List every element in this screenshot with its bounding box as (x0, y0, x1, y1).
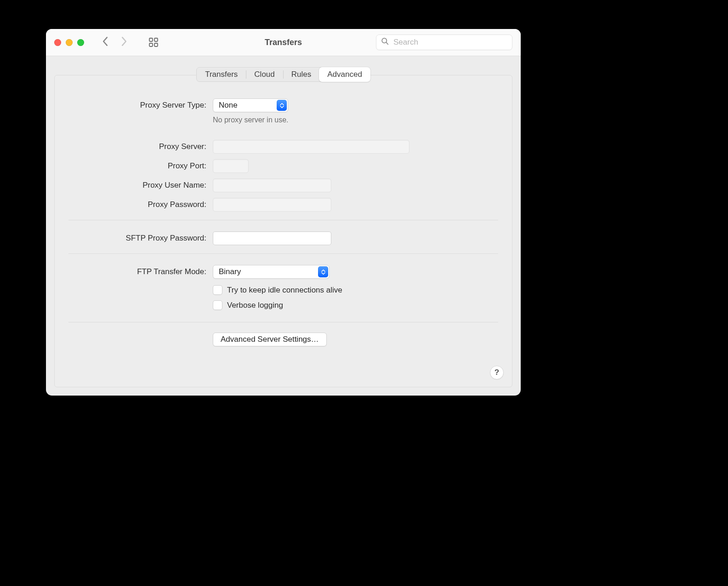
search-icon (381, 37, 389, 47)
proxy-type-popup[interactable]: None (213, 98, 288, 112)
ftp-mode-value: Binary (219, 267, 318, 276)
toolbar-nav (102, 36, 128, 48)
window-controls (54, 39, 84, 46)
zoom-window-button[interactable] (77, 39, 84, 46)
checkbox-icon (213, 300, 222, 310)
proxy-user-input[interactable] (213, 178, 331, 192)
proxy-server-input[interactable] (213, 140, 410, 154)
proxy-server-label: Proxy Server: (68, 142, 206, 151)
help-button[interactable]: ? (490, 366, 504, 379)
proxy-type-label: Proxy Server Type: (68, 101, 206, 110)
proxy-pass-label: Proxy Password: (68, 200, 206, 209)
content-area: Transfers Cloud Rules Advanced Proxy Ser… (46, 56, 521, 396)
verbose-label: Verbose logging (227, 301, 283, 310)
forward-button[interactable] (121, 36, 128, 48)
tab-transfers[interactable]: Transfers (197, 68, 246, 81)
tab-cloud[interactable]: Cloud (246, 68, 283, 81)
minimize-window-button[interactable] (66, 39, 73, 46)
separator (68, 253, 498, 254)
svg-line-5 (386, 42, 388, 44)
svg-point-4 (382, 38, 387, 43)
keep-alive-label: Try to keep idle connections alive (227, 286, 342, 295)
search-input[interactable] (392, 37, 507, 47)
proxy-user-label: Proxy User Name: (68, 181, 206, 190)
proxy-port-label: Proxy Port: (68, 161, 206, 171)
svg-rect-0 (149, 38, 153, 41)
keep-alive-checkbox[interactable]: Try to keep idle connections alive (213, 285, 498, 295)
advanced-server-settings-button[interactable]: Advanced Server Settings… (213, 333, 327, 346)
help-icon: ? (495, 368, 499, 377)
search-field[interactable] (376, 34, 512, 50)
separator (68, 322, 498, 322)
updown-icon (318, 266, 328, 277)
separator (68, 220, 498, 220)
close-window-button[interactable] (54, 39, 61, 46)
proxy-type-hint: No proxy server in use. (213, 116, 498, 124)
proxy-type-value: None (219, 101, 277, 110)
tab-bar: Transfers Cloud Rules Advanced (196, 67, 370, 82)
tab-rules[interactable]: Rules (283, 68, 319, 81)
verbose-checkbox[interactable]: Verbose logging (213, 300, 498, 310)
proxy-pass-input[interactable] (213, 198, 331, 212)
checkbox-icon (213, 285, 222, 295)
ftp-mode-label: FTP Transfer Mode: (68, 267, 206, 276)
svg-rect-1 (154, 38, 158, 41)
preferences-window: Transfers Transfers Cloud Rules Advanced… (46, 29, 521, 396)
sftp-pass-label: SFTP Proxy Password: (68, 234, 206, 243)
sftp-pass-input[interactable] (213, 231, 331, 245)
updown-icon (277, 100, 287, 111)
ftp-mode-popup[interactable]: Binary (213, 265, 330, 279)
titlebar: Transfers (46, 29, 521, 56)
back-button[interactable] (102, 36, 110, 48)
svg-rect-2 (149, 43, 153, 46)
svg-rect-3 (154, 43, 158, 46)
tab-advanced[interactable]: Advanced (319, 67, 370, 82)
show-all-icon[interactable] (148, 37, 159, 47)
proxy-port-input[interactable] (213, 159, 249, 173)
advanced-panel: Proxy Server Type: None No proxy server … (54, 75, 512, 387)
